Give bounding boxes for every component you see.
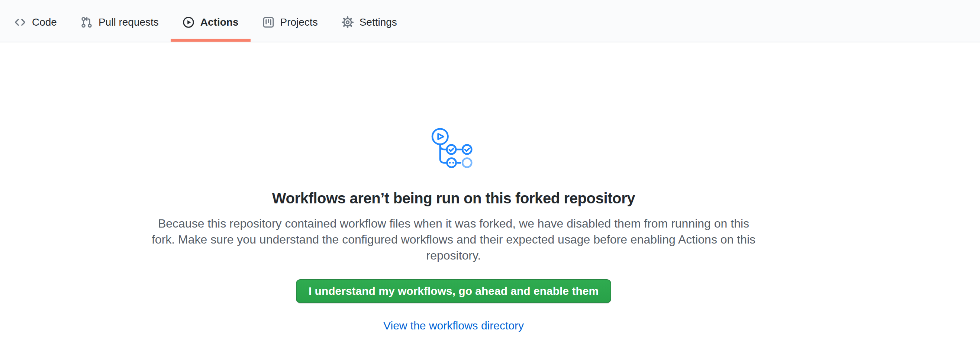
- tab-label: Settings: [360, 16, 397, 28]
- tab-label: Code: [32, 16, 57, 28]
- workflow-illustration-icon: [0, 125, 907, 173]
- blankslate: Workflows aren’t being run on this forke…: [0, 125, 907, 332]
- gear-icon: [342, 16, 353, 28]
- tab-label: Projects: [280, 16, 318, 28]
- git-pull-request-icon: [81, 16, 92, 28]
- actions-onboarding-page: Code Pull requests: [0, 0, 980, 351]
- play-circle-icon: [183, 16, 194, 28]
- tab-pull-requests[interactable]: Pull requests: [69, 3, 171, 42]
- page-title: Workflows aren’t being run on this forke…: [0, 188, 907, 208]
- tab-label: Pull requests: [99, 16, 159, 28]
- workflows-directory-link[interactable]: View the workflows directory: [383, 319, 524, 332]
- tab-settings[interactable]: Settings: [330, 3, 409, 42]
- tab-projects[interactable]: Projects: [251, 3, 330, 42]
- tab-actions[interactable]: Actions: [171, 3, 251, 42]
- repo-nav: Code Pull requests: [0, 0, 980, 42]
- enable-workflows-button[interactable]: I understand my workflows, go ahead and …: [296, 279, 611, 303]
- blankslate-description: Because this repository contained workfl…: [149, 216, 759, 264]
- project-icon: [262, 16, 274, 28]
- tab-label: Actions: [200, 16, 239, 28]
- code-icon: [14, 16, 26, 28]
- tab-code[interactable]: Code: [2, 3, 69, 42]
